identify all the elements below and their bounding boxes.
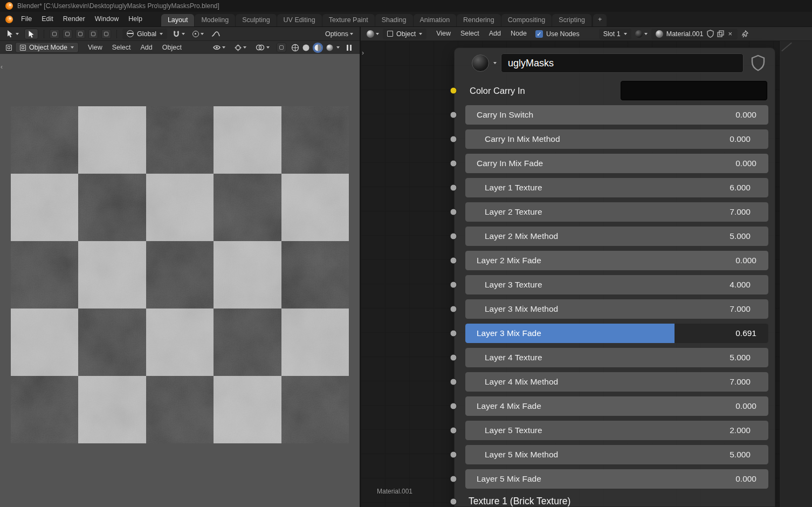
input-socket[interactable] (450, 427, 457, 434)
copy-icon[interactable] (717, 30, 724, 37)
material-datablock-field[interactable]: Material.001 × (651, 29, 738, 39)
viewport-menu-view[interactable]: View (83, 40, 107, 55)
active-tool-dropdown[interactable] (4, 29, 21, 39)
select-mode-button-3[interactable] (75, 29, 85, 39)
viewport-3d[interactable]: ‹ (0, 54, 360, 507)
input-socket[interactable] (450, 184, 457, 191)
input-socket[interactable] (450, 257, 457, 264)
select-mode-button-2[interactable] (63, 29, 72, 39)
workspace-tab-sculpting[interactable]: Sculpting (236, 14, 276, 26)
view-object-types-dropdown[interactable] (211, 42, 228, 53)
options-dropdown[interactable]: Options (323, 29, 355, 39)
workspace-tab-compositing[interactable]: Compositing (501, 14, 552, 26)
input-socket[interactable] (450, 112, 457, 119)
node-input-layer-4-mix-method[interactable]: Layer 4 Mix Method7.000 (465, 372, 768, 392)
node-input-layer-3-texture[interactable]: Layer 3 Texture4.000 (465, 275, 768, 294)
input-socket[interactable] (450, 330, 457, 337)
node-input-carry-in-mix-method[interactable]: Carry In Mix Method0.000 (465, 129, 768, 149)
node-input-carry-in-switch[interactable]: Carry In Switch0.000 (465, 105, 768, 125)
menu-window[interactable]: Window (90, 12, 123, 26)
node-input-color-carry-in[interactable]: Color Carry In (465, 81, 768, 100)
blender-menu-icon[interactable] (5, 16, 13, 23)
node-input-layer-3-mix-fade[interactable]: Layer 3 Mix Fade0.691 (465, 324, 768, 343)
input-socket[interactable] (450, 379, 457, 386)
object-mode-dropdown[interactable]: Object Mode (15, 42, 79, 53)
node-input-layer-5-texture[interactable]: Layer 5 Texture2.000 (465, 421, 768, 440)
input-socket[interactable] (450, 160, 457, 167)
node-group-name-field[interactable]: uglyMasks (501, 53, 744, 73)
node-input-layer-5-mix-fade[interactable]: Layer 5 Mix Fade0.000 (465, 469, 768, 489)
overlays-dropdown[interactable] (253, 42, 272, 53)
shader-menu-add[interactable]: Add (484, 26, 506, 41)
menu-file[interactable]: File (16, 12, 37, 26)
input-socket[interactable] (450, 233, 457, 240)
workspace-tab-texture-paint[interactable]: Texture Paint (322, 14, 375, 26)
unlink-material-button[interactable]: × (727, 30, 734, 37)
shading-wireframe-icon[interactable] (291, 44, 299, 52)
viewport-menu-add[interactable]: Add (136, 40, 157, 55)
shading-material-preview-active[interactable] (313, 43, 323, 53)
node-input-layer-5-mix-method[interactable]: Layer 5 Mix Method5.000 (465, 445, 768, 464)
transform-orientation-dropdown[interactable]: Global (122, 29, 167, 39)
shader-menu-view[interactable]: View (431, 26, 456, 41)
pin-toggle[interactable] (739, 29, 751, 39)
workspace-tab-layout[interactable]: Layout (161, 14, 195, 26)
workspace-tab-uv-editing[interactable]: UV Editing (277, 14, 322, 26)
shader-type-dropdown[interactable]: Object (383, 29, 426, 39)
node-input-layer-4-mix-fade[interactable]: Layer 4 Mix Fade0.000 (465, 396, 768, 416)
menu-edit[interactable]: Edit (37, 12, 58, 26)
menu-help[interactable]: Help (123, 12, 147, 26)
node-input-carry-in-mix-fade[interactable]: Carry In Mix Fade0.000 (465, 154, 768, 173)
snap-dropdown[interactable] (170, 29, 187, 39)
menu-render[interactable]: Render (58, 12, 90, 26)
chevron-down-icon[interactable] (493, 62, 497, 64)
shading-solid-icon[interactable] (302, 44, 310, 52)
shader-menu-node[interactable]: Node (506, 26, 532, 41)
material-slot-dropdown[interactable]: Slot 1 (599, 29, 631, 39)
node-input-layer-3-mix-method[interactable]: Layer 3 Mix Method7.000 (465, 299, 768, 319)
input-socket[interactable] (450, 476, 457, 483)
add-workspace-button[interactable]: + (593, 14, 607, 26)
shader-menu-select[interactable]: Select (456, 26, 484, 41)
workspace-tab-modeling[interactable]: Modeling (195, 14, 235, 26)
input-socket[interactable] (450, 498, 457, 505)
material-preview-dropdown[interactable] (633, 29, 650, 39)
use-nodes-checkbox[interactable]: ✓ Use Nodes (533, 29, 582, 39)
select-box-tool-button[interactable] (24, 29, 38, 39)
workspace-tab-scripting[interactable]: Scripting (552, 14, 591, 26)
select-mode-button-4[interactable] (88, 29, 98, 39)
input-socket[interactable] (450, 87, 457, 94)
select-mode-button-1[interactable] (50, 29, 59, 39)
input-socket[interactable] (450, 136, 457, 143)
node-group-sphere-icon[interactable] (472, 54, 489, 72)
input-socket[interactable] (450, 451, 457, 458)
node-input-layer-4-texture[interactable]: Layer 4 Texture5.000 (465, 348, 768, 367)
input-socket[interactable] (450, 403, 457, 410)
region-expand-arrow[interactable]: › (362, 50, 364, 56)
node-input-layer-2-texture[interactable]: Layer 2 Texture7.000 (465, 202, 768, 222)
shading-rendered-icon[interactable] (326, 44, 334, 52)
color-swatch[interactable] (621, 81, 767, 100)
gizmos-dropdown[interactable] (232, 42, 249, 53)
editor-type-dropdown[interactable] (364, 29, 381, 39)
node-input-layer-1-texture[interactable]: Layer 1 Texture6.000 (465, 178, 768, 197)
node-uglymasks[interactable]: uglyMasks Color Carry InCarry In Switch0… (454, 47, 775, 507)
input-socket[interactable] (450, 306, 457, 313)
input-socket[interactable] (450, 354, 457, 361)
fake-user-shield-icon[interactable] (707, 30, 714, 38)
node-fake-user-button[interactable] (748, 53, 768, 73)
xray-toggle[interactable] (277, 43, 286, 52)
viewport-menu-object[interactable]: Object (157, 40, 187, 55)
input-socket[interactable] (450, 282, 457, 289)
node-input-layer-2-mix-method[interactable]: Layer 2 Mix Method5.000 (465, 227, 768, 246)
select-mode-button-5[interactable] (101, 29, 111, 39)
pause-button[interactable] (345, 44, 354, 52)
workspace-tab-shading[interactable]: Shading (375, 14, 413, 26)
proportional-editing-toggle[interactable] (190, 29, 206, 39)
toolbar-collapse-arrow[interactable]: ‹ (1, 64, 3, 70)
viewport-menu-select[interactable]: Select (107, 40, 136, 55)
node-input-layer-2-mix-fade[interactable]: Layer 2 Mix Fade0.000 (465, 251, 768, 270)
proportional-falloff-dropdown[interactable] (209, 29, 222, 39)
workspace-tab-rendering[interactable]: Rendering (457, 14, 501, 26)
sidebar-region[interactable] (779, 41, 812, 507)
